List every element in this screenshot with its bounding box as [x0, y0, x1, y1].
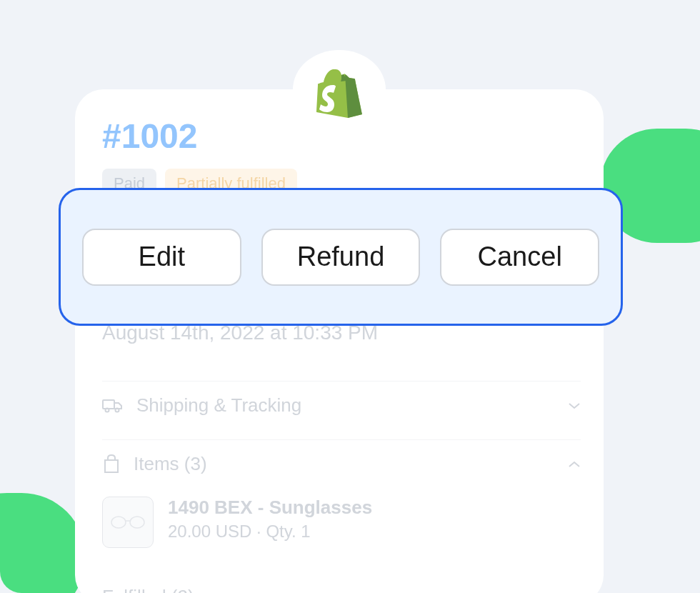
truck-icon: [102, 397, 124, 414]
sunglasses-icon: [110, 514, 146, 530]
svg-point-2: [116, 408, 119, 412]
shipping-label: Shipping & Tracking: [136, 394, 555, 417]
shipping-tracking-section[interactable]: Shipping & Tracking: [102, 381, 581, 429]
item-price-qty: 20.00 USD · Qty. 1: [168, 522, 372, 542]
svg-point-3: [111, 517, 126, 528]
item-name: 1490 BEX - Sunglasses: [168, 497, 372, 519]
chevron-up-icon: [568, 461, 581, 468]
shopify-icon: [316, 69, 362, 121]
items-label: Items (3): [134, 453, 555, 475]
order-card: #1002 Paid Partially fulfilled August 14…: [75, 89, 604, 593]
svg-point-4: [130, 517, 144, 528]
svg-point-1: [106, 408, 109, 412]
items-section[interactable]: Items (3): [102, 439, 581, 488]
edit-button[interactable]: Edit: [82, 229, 241, 286]
product-thumbnail: [102, 497, 154, 548]
item-info: 1490 BEX - Sunglasses 20.00 USD · Qty. 1: [168, 497, 372, 542]
bag-icon: [102, 454, 121, 474]
fulfilled-label: Fulfilled (2): [102, 586, 194, 593]
chevron-down-icon: [568, 402, 581, 409]
action-panel: Edit Refund Cancel: [59, 188, 623, 326]
cancel-button[interactable]: Cancel: [440, 229, 599, 286]
logo-container: [293, 50, 386, 129]
svg-rect-0: [103, 400, 114, 409]
line-item-row[interactable]: 1490 BEX - Sunglasses 20.00 USD · Qty. 1: [102, 497, 372, 548]
refund-button[interactable]: Refund: [261, 229, 421, 286]
decorative-blob-left: [0, 493, 86, 593]
